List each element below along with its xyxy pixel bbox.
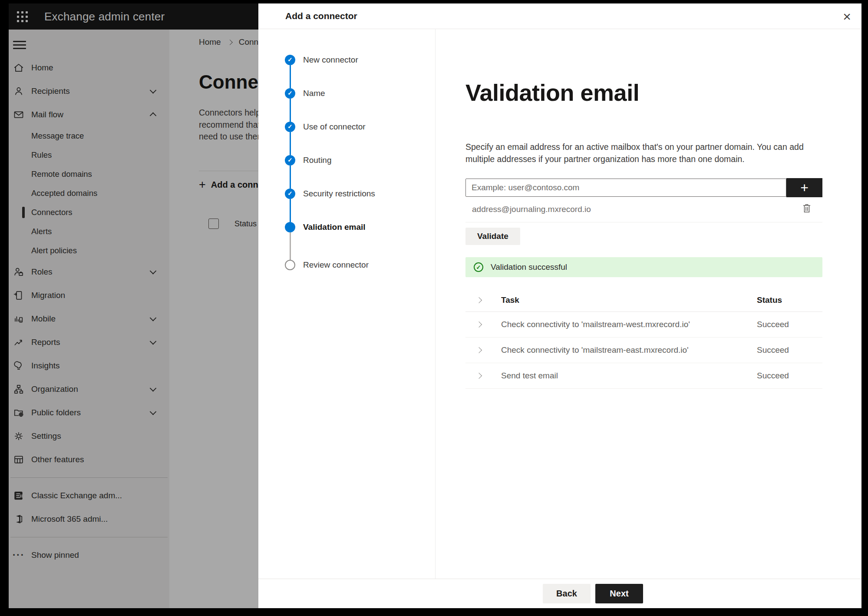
- step-validation-email[interactable]: Validation email: [285, 222, 435, 232]
- step-security-restrictions[interactable]: ✓ Security restrictions: [285, 189, 435, 199]
- step-check-icon: ✓: [285, 122, 295, 132]
- wizard-steps: ✓ New connector ✓ Name ✓ Use of connecto…: [258, 29, 436, 579]
- task-column-header: Task: [501, 295, 757, 305]
- step-connector-line: [290, 132, 291, 155]
- validate-button[interactable]: Validate: [465, 228, 520, 245]
- step-check-icon: ✓: [285, 88, 295, 99]
- plus-icon: +: [800, 181, 809, 195]
- status-cell: Succeed: [757, 371, 822, 381]
- expand-row-chevron-icon[interactable]: [476, 321, 482, 328]
- table-row: Send test email Succeed: [465, 363, 822, 389]
- wizard-footer: Back Next: [258, 579, 861, 608]
- step-connector-line: [290, 232, 291, 260]
- add-connector-wizard: Add a connector × ✓ New connector ✓ Name…: [258, 3, 861, 608]
- success-check-icon: ✓: [474, 262, 483, 272]
- table-row: Check connectivity to 'mailstream-east.m…: [465, 338, 822, 363]
- address-list-item: address@journaling.mxrecord.io: [465, 197, 822, 222]
- success-banner: ✓ Validation successful: [465, 257, 822, 277]
- step-todo-dot: [285, 260, 295, 270]
- expand-row-chevron-icon[interactable]: [476, 347, 482, 353]
- table-row: Check connectivity to 'mailstream-west.m…: [465, 312, 822, 338]
- step-name[interactable]: ✓ Name: [285, 88, 435, 99]
- status-cell: Succeed: [757, 345, 822, 355]
- wizard-title: Add a connector: [285, 11, 357, 21]
- step-routing[interactable]: ✓ Routing: [285, 155, 435, 166]
- wizard-header: Add a connector ×: [258, 3, 861, 29]
- add-address-button[interactable]: +: [786, 178, 822, 197]
- address-value: address@journaling.mxrecord.io: [472, 205, 591, 214]
- step-current-dot: [285, 222, 295, 232]
- step-check-icon: ✓: [285, 189, 295, 199]
- success-banner-text: Validation successful: [491, 262, 567, 272]
- close-icon[interactable]: ×: [839, 5, 855, 28]
- table-header-row: Task Status: [465, 289, 822, 312]
- panel-heading: Validation email: [465, 80, 822, 105]
- status-column-header: Status: [757, 295, 822, 305]
- delete-address-icon[interactable]: [802, 203, 812, 216]
- step-connector-line: [290, 65, 291, 88]
- step-check-icon: ✓: [285, 155, 295, 166]
- step-new-connector[interactable]: ✓ New connector: [285, 55, 435, 65]
- task-cell: Check connectivity to 'mailstream-west.m…: [501, 320, 757, 329]
- step-connector-line: [290, 199, 291, 222]
- panel-description: Specify an email address for an active m…: [465, 141, 822, 165]
- step-connector-line: [290, 99, 291, 122]
- expand-row-chevron-icon[interactable]: [476, 373, 482, 379]
- step-review-connector[interactable]: Review connector: [285, 260, 435, 270]
- back-button[interactable]: Back: [543, 584, 591, 603]
- status-cell: Succeed: [757, 320, 822, 329]
- exchange-admin-app: Exchange admin center Home Recipients Ma…: [9, 3, 861, 608]
- task-cell: Send test email: [501, 371, 757, 381]
- step-connector-line: [290, 166, 291, 189]
- step-use-of-connector[interactable]: ✓ Use of connector: [285, 122, 435, 132]
- validation-email-panel: Validation email Specify an email addres…: [436, 29, 861, 579]
- task-cell: Check connectivity to 'mailstream-east.m…: [501, 345, 757, 355]
- validation-tasks-table: Task Status Check connectivity to 'mails…: [465, 289, 822, 389]
- step-check-icon: ✓: [285, 55, 295, 65]
- next-button[interactable]: Next: [595, 584, 643, 603]
- email-address-input[interactable]: [465, 179, 786, 197]
- expand-all-chevron-icon[interactable]: [476, 297, 482, 303]
